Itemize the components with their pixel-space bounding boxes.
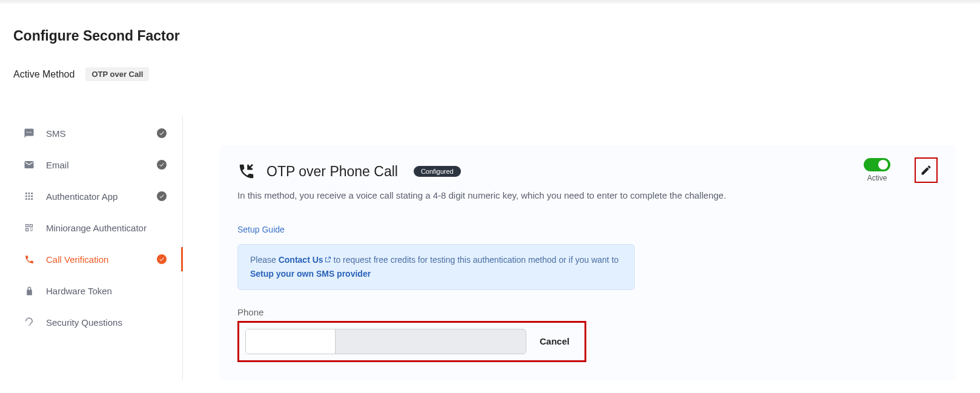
sidebar-item-label: SMS (46, 128, 157, 139)
check-icon (157, 254, 167, 264)
sidebar-item-sms[interactable]: SMS (6, 117, 182, 149)
qr-icon (23, 223, 35, 233)
panel-controls: Active (864, 157, 938, 183)
svg-rect-3 (25, 196, 27, 197)
otp-call-panel: OTP over Phone Call Configured Active In… (219, 145, 956, 380)
setup-guide-link[interactable]: Setup Guide (237, 225, 938, 234)
svg-rect-6 (25, 198, 27, 200)
svg-rect-4 (28, 196, 30, 197)
svg-rect-0 (25, 193, 27, 194)
svg-rect-8 (31, 198, 33, 200)
sidebar-item-label: Miniorange Authenticator (46, 223, 167, 233)
active-method-badge: OTP over Call (85, 67, 149, 81)
sidebar-item-security-questions[interactable]: Security Questions (6, 306, 182, 338)
cancel-button[interactable]: Cancel (540, 336, 569, 346)
grid-icon (23, 191, 35, 201)
active-toggle-wrap: Active (864, 158, 890, 182)
phone-row-highlight: Cancel (237, 321, 586, 362)
panel-header: OTP over Phone Call Configured Active (237, 162, 938, 180)
external-link-icon (324, 254, 331, 267)
page-header: Configure Second Factor Active Method OT… (0, 4, 980, 81)
active-method-label: Active Method (13, 69, 74, 80)
configured-badge: Configured (414, 166, 461, 177)
sidebar-item-label: Call Verification (46, 254, 157, 265)
content-area: SMS Email Authenticator App (0, 116, 980, 380)
sidebar-item-hardware-token[interactable]: Hardware Token (6, 275, 182, 306)
sidebar-item-email[interactable]: Email (6, 149, 182, 180)
check-icon (157, 160, 167, 170)
toggle-label: Active (867, 174, 887, 182)
svg-rect-2 (31, 193, 33, 194)
pencil-icon (920, 164, 932, 176)
svg-rect-7 (28, 198, 30, 200)
panel-description: In this method, you receive a voice call… (237, 190, 938, 200)
edit-button[interactable] (915, 157, 938, 183)
sidebar-item-label: Security Questions (46, 317, 167, 328)
info-text-mid: to request free credits for testing this… (331, 255, 619, 265)
sms-icon (23, 128, 35, 139)
contact-us-link[interactable]: Contact Us (279, 255, 331, 265)
phone-input-group (245, 329, 526, 354)
svg-rect-1 (28, 193, 30, 194)
question-icon (23, 317, 35, 328)
active-method-row: Active Method OTP over Call (13, 67, 980, 81)
sidebar-item-label: Hardware Token (46, 286, 167, 296)
page-title: Configure Second Factor (13, 28, 980, 44)
contact-us-text: Contact Us (279, 255, 323, 265)
info-box: Please Contact Us to request free credit… (237, 244, 635, 290)
method-sidebar: SMS Email Authenticator App (0, 116, 183, 380)
info-text-before: Please (250, 255, 279, 265)
sidebar-item-label: Authenticator App (46, 191, 157, 202)
incoming-call-icon (237, 162, 256, 180)
svg-point-10 (31, 294, 32, 295)
svg-rect-5 (31, 196, 33, 197)
active-toggle[interactable] (864, 158, 890, 171)
setup-sms-provider-link[interactable]: Setup your own SMS provider (250, 269, 371, 279)
check-icon (157, 191, 167, 201)
svg-point-9 (27, 294, 28, 295)
sidebar-item-call-verification[interactable]: Call Verification (6, 243, 182, 275)
check-icon (157, 128, 167, 138)
sidebar-item-label: Email (46, 160, 157, 170)
phone-icon (23, 254, 35, 265)
panel-title: OTP over Phone Call (267, 163, 398, 180)
phone-country-selector[interactable] (246, 329, 336, 354)
sidebar-item-authenticator-app[interactable]: Authenticator App (6, 180, 182, 212)
email-icon (23, 159, 35, 170)
sidebar-item-miniorange-authenticator[interactable]: Miniorange Authenticator (6, 212, 182, 243)
phone-number-input[interactable] (336, 329, 526, 354)
phone-label: Phone (237, 307, 938, 317)
main-panel-area: OTP over Phone Call Configured Active In… (183, 116, 980, 380)
token-icon (23, 286, 35, 296)
toggle-knob (878, 160, 888, 170)
